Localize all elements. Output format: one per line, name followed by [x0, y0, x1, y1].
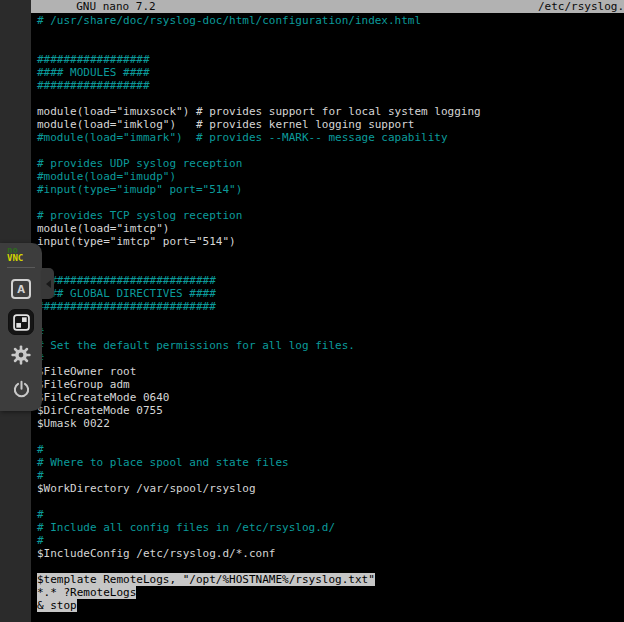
editor-line: [37, 40, 624, 53]
editor-line: #################: [37, 79, 624, 92]
editor-line: #: [37, 352, 624, 365]
editor-line: # provides TCP syslog reception: [37, 209, 624, 222]
editor-line: #module(load="immark") # provides --MARK…: [37, 131, 624, 144]
editor-line: $Umask 0022: [37, 417, 624, 430]
fullscreen-button[interactable]: [8, 309, 34, 335]
control-bar-handle[interactable]: [42, 268, 54, 299]
editor-line: # Set the default permissions for all lo…: [37, 339, 624, 352]
editor-line: module(load="imklog") # provides kernel …: [37, 118, 624, 131]
editor-line: module(load="imuxsock") # provides suppo…: [37, 105, 624, 118]
editor-line: ###########################: [37, 274, 624, 287]
editor-line: & stop: [37, 599, 624, 612]
editor-line: [37, 144, 624, 157]
editor-line: #: [37, 508, 624, 521]
terminal-window[interactable]: GNU nano 7.2 /etc/rsyslog. # /usr/share/…: [31, 0, 624, 622]
gear-icon: [10, 344, 32, 366]
editor-line: #: [37, 326, 624, 339]
power-icon: [11, 379, 32, 400]
collapse-arrow-icon: [46, 280, 51, 288]
editor-line: $FileGroup adm: [37, 378, 624, 391]
extra-keys-button[interactable]: A: [7, 275, 35, 303]
editor-line: #### GLOBAL DIRECTIVES ####: [37, 287, 624, 300]
editor-line: input(type="imtcp" port="514"): [37, 235, 624, 248]
editor-line: [37, 430, 624, 443]
vnc-screen: GNU nano 7.2 /etc/rsyslog. # /usr/share/…: [0, 0, 624, 622]
editor-line: $WorkDirectory /var/spool/rsyslog: [37, 482, 624, 495]
editor-line: # Include all config files in /etc/rsysl…: [37, 521, 624, 534]
editor-line: [37, 248, 624, 261]
editor-line: $IncludeConfig /etc/rsyslog.d/*.conf: [37, 547, 624, 560]
editor-line: # /usr/share/doc/rsyslog-doc/html/config…: [37, 14, 624, 27]
settings-button[interactable]: [7, 341, 35, 369]
editor-line: [37, 495, 624, 508]
editor-line: $FileOwner root: [37, 365, 624, 378]
nano-titlebar: GNU nano 7.2 /etc/rsyslog.: [31, 0, 624, 13]
editor-line: # provides UDP syslog reception: [37, 157, 624, 170]
editor-line: #: [37, 443, 624, 456]
editor-line: # Where to place spool and state files: [37, 456, 624, 469]
editor-line: *.* ?RemoteLogs: [37, 586, 624, 599]
editor-line: #### MODULES ####: [37, 66, 624, 79]
editor-line: $DirCreateMode 0755: [37, 404, 624, 417]
keyboard-key-a-icon: A: [11, 279, 31, 299]
editor-line: ###########################: [37, 300, 624, 313]
novnc-logo: no VNC: [0, 246, 42, 262]
fullscreen-icon: [11, 312, 32, 333]
nano-app-title: GNU nano 7.2: [31, 0, 156, 13]
editor-line: #: [37, 534, 624, 547]
editor-line: $template RemoteLogs, "/opt/%HOSTNAME%/r…: [37, 573, 624, 586]
disconnect-button[interactable]: [7, 375, 35, 403]
editor-line: module(load="imtcp"): [37, 222, 624, 235]
nano-file-path: /etc/rsyslog.: [538, 0, 624, 13]
panel-divider: [7, 267, 35, 268]
editor-line: #: [37, 469, 624, 482]
editor-line: #input(type="imudp" port="514"): [37, 183, 624, 196]
editor-line: [37, 27, 624, 40]
editor-line: #################: [37, 53, 624, 66]
editor-line: [37, 196, 624, 209]
editor-line: [37, 92, 624, 105]
editor-line: $FileCreateMode 0640: [37, 391, 624, 404]
editor-line: [37, 560, 624, 573]
editor-line: [37, 313, 624, 326]
editor-content[interactable]: # /usr/share/doc/rsyslog-doc/html/config…: [31, 13, 624, 612]
novnc-logo-vnc: VNC: [7, 254, 42, 262]
novnc-control-bar: no VNC A: [0, 243, 42, 411]
editor-line: #module(load="imudp"): [37, 170, 624, 183]
editor-line: [37, 261, 624, 274]
